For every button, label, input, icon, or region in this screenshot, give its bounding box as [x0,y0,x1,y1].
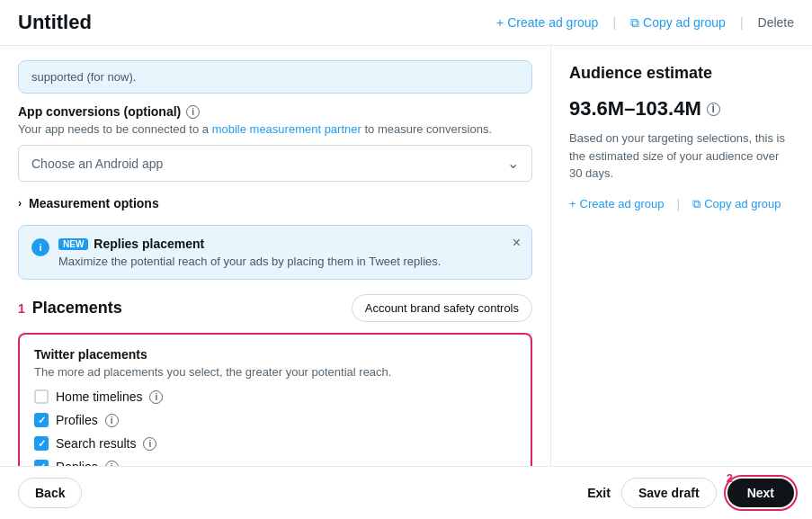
profiles-checkbox[interactable] [34,413,49,427]
home-timelines-info-icon[interactable]: i [149,390,163,404]
footer: Back Exit Save draft 2 Next [0,466,812,519]
notice-info-icon: i [31,238,49,256]
right-separator: | [677,197,681,211]
page-title: Untitled [18,11,92,34]
left-panel: supported (for now). App conversions (op… [0,46,551,466]
audience-range-info-icon[interactable]: i [707,103,720,116]
delete-link[interactable]: Delete [758,15,794,30]
replies-label: Replies [56,460,98,466]
copy-icon-right: ⧉ [692,197,700,211]
separator2: | [740,15,744,30]
placement-item-home-timelines: Home timelines i [34,389,516,404]
dropdown-chevron-icon: ⌄ [507,155,519,172]
audience-range: 93.6M–103.4M i [569,97,794,121]
chevron-right-icon: › [18,197,22,210]
right-panel: Audience estimate 93.6M–103.4M i Based o… [551,46,812,466]
app-conversions-section: supported (for now). App conversions (op… [18,60,532,182]
twitter-placements-box: Twitter placements The more ad placement… [18,333,532,466]
create-ad-group-right-link[interactable]: + Create ad group [569,197,665,210]
next-button[interactable]: Next [727,479,794,507]
step2-indicator: 2 [727,471,733,485]
footer-left: Back [18,478,82,508]
exit-button[interactable]: Exit [587,486,611,500]
placements-title: Placements [32,299,122,318]
notice-text: NEW Replies placement Maximize the poten… [58,237,519,268]
placements-section: 1 Placements Account brand safety contro… [18,294,532,466]
app-conversions-info-icon[interactable]: i [186,105,200,119]
app-conversions-label: App conversions (optional) i [18,104,532,119]
plus-icon: + [496,15,504,30]
placement-item-replies: Replies i [34,460,516,466]
save-draft-button[interactable]: Save draft [621,478,717,508]
back-button[interactable]: Back [18,478,82,508]
notice-banner: i NEW Replies placement Maximize the pot… [18,225,532,280]
home-timelines-label: Home timelines [56,389,142,404]
measurement-options-label: Measurement options [29,196,159,210]
placement-item-profiles: Profiles i [34,413,516,427]
placements-header: 1 Placements Account brand safety contro… [18,294,532,322]
audience-estimate-title: Audience estimate [569,64,794,83]
header-actions: + Create ad group | ⧉ Copy ad group | De… [496,15,794,31]
search-results-label: Search results [56,436,136,451]
audience-estimate: Audience estimate 93.6M–103.4M i Based o… [569,64,794,211]
twitter-placements-title: Twitter placements [34,347,516,362]
brand-safety-button[interactable]: Account brand safety controls [352,294,532,322]
profiles-label: Profiles [56,413,98,427]
measurement-options[interactable]: › Measurement options [18,196,532,210]
placement-item-search-results: Search results i [34,436,516,451]
copy-icon: ⧉ [630,15,639,31]
notice-close-icon[interactable]: × [513,235,521,251]
notice-description: Maximize the potential reach of your ads… [58,255,519,268]
separator: | [612,15,616,30]
app-conversions-desc: Your app needs to be connected to a mobi… [18,122,532,136]
replies-checkbox[interactable] [34,460,49,466]
profiles-info-icon[interactable]: i [105,414,119,427]
copy-ad-group-right-link[interactable]: ⧉ Copy ad group [692,197,781,211]
main-content: supported (for now). App conversions (op… [0,46,812,466]
new-badge: NEW [58,238,88,250]
plus-icon-right: + [569,197,576,210]
right-actions: + Create ad group | ⧉ Copy ad group [569,197,794,211]
header: Untitled + Create ad group | ⧉ Copy ad g… [0,0,812,46]
search-results-checkbox[interactable] [34,436,49,451]
android-app-dropdown[interactable]: Choose an Android app ⌄ [18,145,532,182]
home-timelines-checkbox[interactable] [34,389,49,404]
info-banner: supported (for now). [18,60,532,94]
twitter-placements-desc: The more ad placements you select, the g… [34,365,516,379]
placements-title-row: 1 Placements [18,299,122,318]
footer-right: Exit Save draft 2 Next [587,478,794,508]
measurement-partner-link[interactable]: mobile measurement partner [212,122,361,136]
search-results-info-icon[interactable]: i [143,437,156,451]
copy-ad-group-header-link[interactable]: ⧉ Copy ad group [630,15,726,31]
create-ad-group-header-link[interactable]: + Create ad group [496,15,598,30]
step-number: 1 [18,301,25,316]
audience-description: Based on your targeting selections, this… [569,130,794,183]
notice-title: NEW Replies placement [58,237,519,251]
